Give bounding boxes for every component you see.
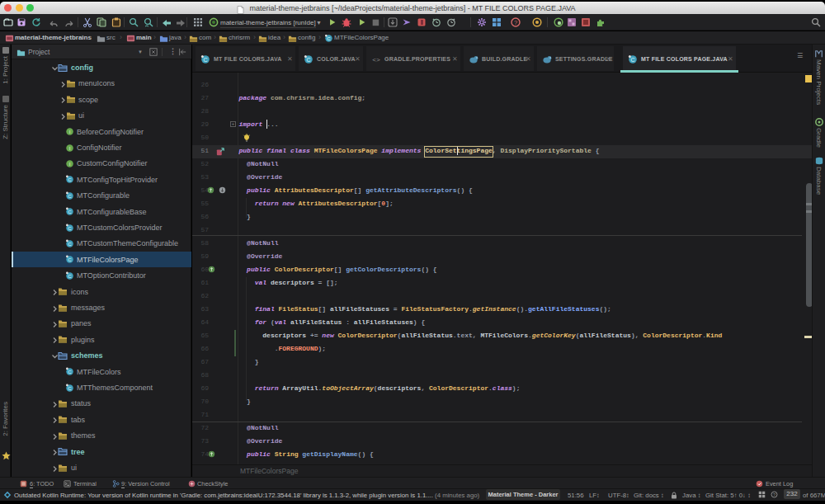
svg-text:C: C [68,370,72,374]
svg-text:C: C [68,242,72,247]
svg-text:<>: <> [372,56,380,64]
svg-text:C: C [68,273,72,278]
svg-text:C: C [68,210,72,214]
svg-text:C: C [68,225,72,230]
svg-text:C: C [68,177,72,182]
svg-text:C: C [327,36,331,41]
svg-text:?: ? [773,492,776,497]
svg-text:?: ? [514,19,517,26]
svg-text:C: C [306,57,310,63]
svg-text:C: C [68,385,72,390]
svg-text:C: C [68,193,72,198]
svg-text:C: C [203,57,207,63]
svg-text:C: C [630,57,634,63]
svg-text:C: C [68,257,72,262]
